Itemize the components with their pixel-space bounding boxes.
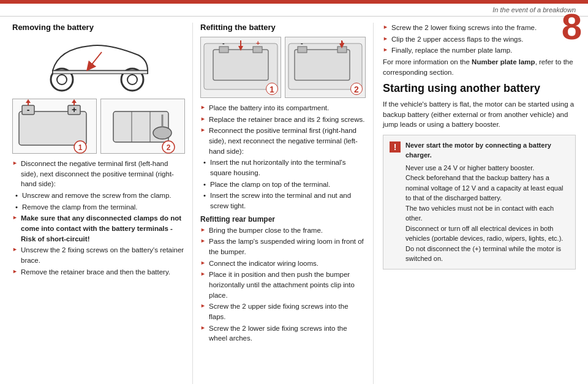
instr-replace-lamp: Finally, replace the number plate lamp. — [383, 45, 576, 56]
refitting-battery-title: Refitting the battery — [200, 23, 366, 32]
instr-clip-flaps: Clip the 2 upper access flaps to the win… — [383, 34, 576, 45]
instr-connect-indicator: Connect the indicator wiring looms. — [200, 258, 366, 269]
image-badge-2: 2 — [350, 83, 363, 95]
svg-rect-28 — [253, 47, 262, 53]
warning-first-line: Never start the motor by connecting a ba… — [405, 140, 569, 160]
removing-instructions: Disconnect the negative terminal first (… — [12, 159, 185, 277]
svg-point-3 — [127, 75, 137, 85]
header: In the event of a breakdown — [0, 4, 588, 17]
battery-diagram-2: 2 — [100, 99, 185, 154]
warning-line-5: Do not disconnect the (+) terminal while… — [405, 244, 569, 264]
svg-point-1 — [57, 75, 67, 85]
instr-insert-nut: Insert the nut horizontally into the ter… — [200, 157, 366, 178]
instr-place-clamp: Place the clamp on top of the terminal. — [200, 179, 366, 190]
instr-replace-retainer: Replace the retainer brace and its 2 fix… — [200, 115, 366, 125]
warning-line-2: Check beforehand that the backup battery… — [405, 173, 569, 203]
main-content: Removing the battery — [0, 17, 588, 390]
instruction-remove-retainer: Remove the retainer brace and then the b… — [12, 267, 185, 277]
bumper-instructions: Bring the bumper close to the frame. Pas… — [200, 225, 366, 344]
refitting-image-1: - + 1 — [200, 37, 281, 98]
warning-content: Never start the motor by connecting a ba… — [405, 140, 569, 264]
instr-screw-upper-side: Screw the 2 upper side fixing screws int… — [200, 301, 366, 322]
instr-insert-screw: Insert the screw into the terminal and n… — [200, 190, 366, 211]
instr-pass-lamp: Pass the lamp's suspended wiring loom in… — [200, 236, 366, 257]
svg-rect-33 — [298, 47, 307, 53]
svg-line-4 — [89, 52, 102, 67]
instruction-unscrew-fixing: Unscrew the 2 fixing screws on the batte… — [12, 245, 185, 265]
instr-screw-lower-side: Screw the 2 lower side fixing screws int… — [200, 323, 366, 344]
starting-battery-title: Starting using another battery — [383, 82, 576, 96]
instr-screw-lower-frame: Screw the 2 lower fixing screws into the… — [383, 23, 576, 33]
svg-text:-: - — [301, 39, 303, 47]
instr-bring-bumper: Bring the bumper close to the frame. — [200, 225, 366, 236]
svg-rect-24 — [213, 50, 268, 80]
svg-text:+: + — [72, 105, 77, 115]
svg-marker-13 — [72, 99, 77, 103]
car-diagram — [12, 37, 185, 94]
warning-line-1: Never use a 24 V or higher battery boost… — [405, 163, 569, 173]
svg-rect-27 — [219, 47, 228, 53]
instruction-unscrew-clamp: Unscrew and remove the screw from the cl… — [12, 190, 185, 201]
refitting-bumper-title: Refitting rear bumper — [200, 215, 366, 224]
instr-place-battery: Place the battery into its compartment. — [200, 103, 366, 113]
svg-text:2: 2 — [167, 143, 171, 152]
refitting-images: - + 1 - + — [200, 37, 366, 98]
warning-box: ! Never start the motor by connecting a … — [383, 135, 576, 270]
svg-point-19 — [153, 127, 172, 139]
right-column: Screw the 2 lower fixing screws into the… — [374, 23, 576, 384]
warning-line-4: Disconnect or turn off all electrical de… — [405, 224, 569, 244]
removing-battery-title: Removing the battery — [12, 23, 185, 32]
svg-text:1: 1 — [78, 143, 83, 152]
starting-intro: If the vehicle's battery is flat, the mo… — [383, 99, 576, 130]
svg-rect-5 — [19, 111, 86, 145]
battery-diagrams: - + 1 — [12, 99, 185, 154]
svg-text:+: + — [256, 39, 260, 47]
mid-column: Refitting the battery - + 1 — [193, 23, 374, 384]
svg-marker-11 — [26, 99, 31, 103]
svg-text:-: - — [27, 105, 30, 115]
battery-diagram-1: - + 1 — [12, 99, 97, 154]
left-column: Removing the battery — [12, 23, 193, 384]
refitting-instructions: Place the battery into its compartment. … — [200, 103, 366, 211]
instruction-disconnected-clamps: Make sure that any disconnected clamps d… — [12, 213, 185, 244]
refitting-image-2: - + 2 — [285, 37, 366, 98]
instruction-disconnect: Disconnect the negative terminal first (… — [12, 159, 185, 189]
warning-icon: ! — [390, 141, 401, 153]
image-badge-1: 1 — [266, 83, 278, 95]
svg-rect-32 — [295, 50, 350, 80]
more-info-text: For more information on the Number plate… — [383, 57, 576, 77]
warning-line-3: The two vehicles must not be in contact … — [405, 203, 569, 224]
pre-title-instructions: Screw the 2 lower fixing screws into the… — [383, 23, 576, 56]
instr-reconnect-positive: Reconnect the positive terminal first (r… — [200, 126, 366, 156]
svg-text:-: - — [222, 39, 225, 47]
instruction-remove-clamp: Remove the clamp from the terminal. — [12, 202, 185, 213]
instr-place-position: Place it in position and then push the b… — [200, 270, 366, 300]
number-plate-link: Number plate lamp — [472, 58, 535, 66]
